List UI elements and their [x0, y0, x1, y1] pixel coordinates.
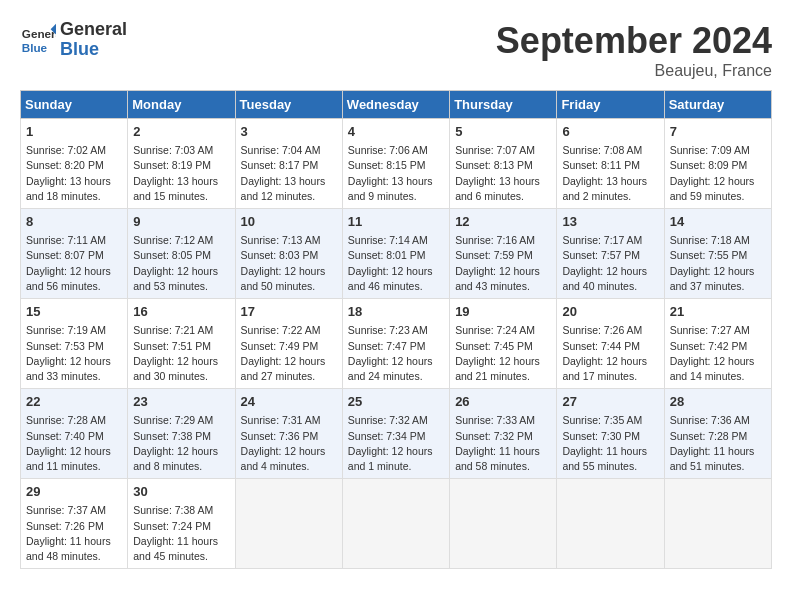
day-number: 5 [455, 123, 551, 141]
day-info: Sunrise: 7:19 AMSunset: 7:53 PMDaylight:… [26, 323, 122, 384]
logo: General Blue GeneralBlue [20, 20, 127, 60]
day-number: 28 [670, 393, 766, 411]
day-number: 17 [241, 303, 337, 321]
table-row: 10Sunrise: 7:13 AMSunset: 8:03 PMDayligh… [235, 209, 342, 299]
day-number: 7 [670, 123, 766, 141]
day-number: 25 [348, 393, 444, 411]
day-info: Sunrise: 7:28 AMSunset: 7:40 PMDaylight:… [26, 413, 122, 474]
day-number: 22 [26, 393, 122, 411]
day-info: Sunrise: 7:14 AMSunset: 8:01 PMDaylight:… [348, 233, 444, 294]
col-tuesday: Tuesday [235, 91, 342, 119]
table-row: 30Sunrise: 7:38 AMSunset: 7:24 PMDayligh… [128, 479, 235, 569]
table-row: 28Sunrise: 7:36 AMSunset: 7:28 PMDayligh… [664, 389, 771, 479]
table-row [557, 479, 664, 569]
day-number: 15 [26, 303, 122, 321]
col-monday: Monday [128, 91, 235, 119]
day-number: 3 [241, 123, 337, 141]
day-info: Sunrise: 7:36 AMSunset: 7:28 PMDaylight:… [670, 413, 766, 474]
day-number: 29 [26, 483, 122, 501]
day-number: 24 [241, 393, 337, 411]
day-info: Sunrise: 7:13 AMSunset: 8:03 PMDaylight:… [241, 233, 337, 294]
calendar-week-row: 22Sunrise: 7:28 AMSunset: 7:40 PMDayligh… [21, 389, 772, 479]
col-thursday: Thursday [450, 91, 557, 119]
calendar-week-row: 8Sunrise: 7:11 AMSunset: 8:07 PMDaylight… [21, 209, 772, 299]
day-number: 6 [562, 123, 658, 141]
day-info: Sunrise: 7:06 AMSunset: 8:15 PMDaylight:… [348, 143, 444, 204]
table-row: 16Sunrise: 7:21 AMSunset: 7:51 PMDayligh… [128, 299, 235, 389]
day-number: 1 [26, 123, 122, 141]
col-wednesday: Wednesday [342, 91, 449, 119]
title-block: September 2024 Beaujeu, France [496, 20, 772, 80]
day-info: Sunrise: 7:26 AMSunset: 7:44 PMDaylight:… [562, 323, 658, 384]
table-row: 1Sunrise: 7:02 AMSunset: 8:20 PMDaylight… [21, 119, 128, 209]
day-number: 11 [348, 213, 444, 231]
table-row: 22Sunrise: 7:28 AMSunset: 7:40 PMDayligh… [21, 389, 128, 479]
svg-text:Blue: Blue [22, 40, 48, 53]
col-sunday: Sunday [21, 91, 128, 119]
day-info: Sunrise: 7:32 AMSunset: 7:34 PMDaylight:… [348, 413, 444, 474]
table-row: 23Sunrise: 7:29 AMSunset: 7:38 PMDayligh… [128, 389, 235, 479]
table-row [235, 479, 342, 569]
day-info: Sunrise: 7:11 AMSunset: 8:07 PMDaylight:… [26, 233, 122, 294]
table-row [664, 479, 771, 569]
day-info: Sunrise: 7:22 AMSunset: 7:49 PMDaylight:… [241, 323, 337, 384]
calendar-table: Sunday Monday Tuesday Wednesday Thursday… [20, 90, 772, 569]
day-number: 4 [348, 123, 444, 141]
day-info: Sunrise: 7:27 AMSunset: 7:42 PMDaylight:… [670, 323, 766, 384]
table-row: 5Sunrise: 7:07 AMSunset: 8:13 PMDaylight… [450, 119, 557, 209]
day-info: Sunrise: 7:07 AMSunset: 8:13 PMDaylight:… [455, 143, 551, 204]
day-number: 9 [133, 213, 229, 231]
table-row: 4Sunrise: 7:06 AMSunset: 8:15 PMDaylight… [342, 119, 449, 209]
day-info: Sunrise: 7:16 AMSunset: 7:59 PMDaylight:… [455, 233, 551, 294]
table-row: 21Sunrise: 7:27 AMSunset: 7:42 PMDayligh… [664, 299, 771, 389]
day-number: 20 [562, 303, 658, 321]
table-row: 19Sunrise: 7:24 AMSunset: 7:45 PMDayligh… [450, 299, 557, 389]
day-number: 2 [133, 123, 229, 141]
day-info: Sunrise: 7:33 AMSunset: 7:32 PMDaylight:… [455, 413, 551, 474]
day-number: 18 [348, 303, 444, 321]
day-number: 14 [670, 213, 766, 231]
day-number: 23 [133, 393, 229, 411]
day-info: Sunrise: 7:18 AMSunset: 7:55 PMDaylight:… [670, 233, 766, 294]
table-row: 14Sunrise: 7:18 AMSunset: 7:55 PMDayligh… [664, 209, 771, 299]
table-row: 11Sunrise: 7:14 AMSunset: 8:01 PMDayligh… [342, 209, 449, 299]
day-number: 26 [455, 393, 551, 411]
day-info: Sunrise: 7:21 AMSunset: 7:51 PMDaylight:… [133, 323, 229, 384]
table-row: 29Sunrise: 7:37 AMSunset: 7:26 PMDayligh… [21, 479, 128, 569]
calendar-body: 1Sunrise: 7:02 AMSunset: 8:20 PMDaylight… [21, 119, 772, 569]
logo-icon: General Blue [20, 22, 56, 58]
table-row: 8Sunrise: 7:11 AMSunset: 8:07 PMDaylight… [21, 209, 128, 299]
table-row: 13Sunrise: 7:17 AMSunset: 7:57 PMDayligh… [557, 209, 664, 299]
table-row: 12Sunrise: 7:16 AMSunset: 7:59 PMDayligh… [450, 209, 557, 299]
day-info: Sunrise: 7:17 AMSunset: 7:57 PMDaylight:… [562, 233, 658, 294]
table-row: 27Sunrise: 7:35 AMSunset: 7:30 PMDayligh… [557, 389, 664, 479]
table-row: 7Sunrise: 7:09 AMSunset: 8:09 PMDaylight… [664, 119, 771, 209]
table-row: 9Sunrise: 7:12 AMSunset: 8:05 PMDaylight… [128, 209, 235, 299]
table-row: 20Sunrise: 7:26 AMSunset: 7:44 PMDayligh… [557, 299, 664, 389]
table-row [342, 479, 449, 569]
day-number: 8 [26, 213, 122, 231]
table-row: 3Sunrise: 7:04 AMSunset: 8:17 PMDaylight… [235, 119, 342, 209]
calendar-week-row: 29Sunrise: 7:37 AMSunset: 7:26 PMDayligh… [21, 479, 772, 569]
calendar-header-row: Sunday Monday Tuesday Wednesday Thursday… [21, 91, 772, 119]
day-info: Sunrise: 7:35 AMSunset: 7:30 PMDaylight:… [562, 413, 658, 474]
day-number: 30 [133, 483, 229, 501]
day-number: 13 [562, 213, 658, 231]
day-info: Sunrise: 7:31 AMSunset: 7:36 PMDaylight:… [241, 413, 337, 474]
month-title: September 2024 [496, 20, 772, 62]
col-friday: Friday [557, 91, 664, 119]
calendar-week-row: 1Sunrise: 7:02 AMSunset: 8:20 PMDaylight… [21, 119, 772, 209]
day-number: 19 [455, 303, 551, 321]
table-row: 6Sunrise: 7:08 AMSunset: 8:11 PMDaylight… [557, 119, 664, 209]
table-row: 17Sunrise: 7:22 AMSunset: 7:49 PMDayligh… [235, 299, 342, 389]
day-number: 21 [670, 303, 766, 321]
logo-text: GeneralBlue [60, 20, 127, 60]
location: Beaujeu, France [496, 62, 772, 80]
day-info: Sunrise: 7:38 AMSunset: 7:24 PMDaylight:… [133, 503, 229, 564]
day-number: 16 [133, 303, 229, 321]
day-info: Sunrise: 7:12 AMSunset: 8:05 PMDaylight:… [133, 233, 229, 294]
table-row: 24Sunrise: 7:31 AMSunset: 7:36 PMDayligh… [235, 389, 342, 479]
day-number: 12 [455, 213, 551, 231]
page-header: General Blue GeneralBlue September 2024 … [20, 20, 772, 80]
day-info: Sunrise: 7:08 AMSunset: 8:11 PMDaylight:… [562, 143, 658, 204]
